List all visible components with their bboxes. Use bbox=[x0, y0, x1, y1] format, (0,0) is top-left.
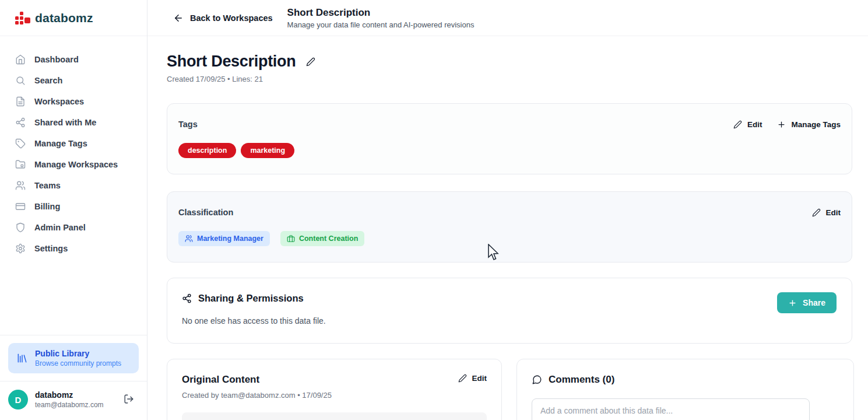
sidebar-item-label: Dashboard bbox=[34, 55, 79, 64]
sidebar: databomz Dashboard Search Workspaces Sha… bbox=[0, 0, 147, 420]
library-icon bbox=[16, 352, 28, 364]
brand-name: databomz bbox=[35, 11, 93, 25]
badge-label: Marketing Manager bbox=[197, 235, 263, 243]
back-to-workspaces-button[interactable]: Back to Workspaces bbox=[173, 13, 273, 23]
plus-icon bbox=[777, 120, 786, 129]
original-content-card: Original Content Created by team@databom… bbox=[167, 359, 502, 420]
tag-list: description marketing bbox=[178, 143, 841, 158]
sidebar-item-label: Settings bbox=[34, 244, 68, 253]
credit-card-icon bbox=[15, 201, 26, 212]
logout-icon bbox=[124, 394, 134, 404]
original-content-title: Original Content bbox=[182, 374, 332, 386]
tag-pill[interactable]: description bbox=[178, 143, 236, 158]
sidebar-spacer bbox=[0, 259, 147, 335]
gear-icon bbox=[15, 243, 26, 254]
pencil-icon bbox=[812, 208, 821, 217]
sidebar-item-billing[interactable]: Billing bbox=[0, 196, 147, 217]
classification-card: Classification Edit Marketing Manager Co… bbox=[167, 191, 852, 262]
edit-title-button[interactable] bbox=[305, 56, 317, 68]
sidebar-item-label: Search bbox=[34, 76, 62, 85]
edit-tags-button[interactable]: Edit bbox=[733, 120, 762, 129]
share-icon bbox=[182, 293, 192, 303]
folder-settings-icon bbox=[15, 159, 26, 170]
user-name: databomz bbox=[35, 390, 115, 400]
public-library-subtitle: Browse community prompts bbox=[35, 359, 121, 368]
edit-classification-button[interactable]: Edit bbox=[812, 208, 841, 217]
edit-classification-label: Edit bbox=[826, 208, 841, 217]
classification-badge-category: Content Creation bbox=[280, 231, 364, 246]
briefcase-icon bbox=[287, 235, 295, 243]
user-email: team@databomz.com bbox=[35, 401, 115, 409]
page-meta: Created 17/09/25 • Lines: 21 bbox=[167, 75, 852, 83]
sidebar-item-label: Manage Tags bbox=[34, 139, 87, 148]
sharing-card: Sharing & Permissions No one else has ac… bbox=[167, 278, 852, 344]
manage-tags-label: Manage Tags bbox=[791, 120, 841, 129]
tag-icon bbox=[15, 138, 26, 149]
page-title: Short Description bbox=[167, 52, 296, 71]
sidebar-item-manage-tags[interactable]: Manage Tags bbox=[0, 133, 147, 154]
public-library-title: Public Library bbox=[35, 349, 121, 358]
edit-tags-label: Edit bbox=[747, 120, 762, 129]
shield-icon bbox=[15, 222, 26, 233]
bottom-row: Original Content Created by team@databom… bbox=[167, 359, 852, 420]
public-library-card[interactable]: Public Library Browse community prompts bbox=[8, 343, 139, 373]
arrow-left-icon bbox=[173, 13, 184, 23]
comments-card: Comments (0) bbox=[516, 359, 854, 420]
classification-badge-role: Marketing Manager bbox=[178, 231, 270, 246]
pencil-icon bbox=[306, 57, 315, 66]
file-text-icon bbox=[15, 96, 26, 107]
sidebar-item-workspaces[interactable]: Workspaces bbox=[0, 91, 147, 112]
users-icon bbox=[15, 180, 26, 191]
original-content-meta: Created by team@databomz.com • 17/09/25 bbox=[182, 391, 332, 400]
tags-card: Tags Edit Manage Tags description bbox=[167, 103, 852, 174]
public-library-section: Public Library Browse community prompts bbox=[0, 335, 147, 381]
share-button[interactable]: Share bbox=[777, 292, 837, 313]
header-subtitle: Manage your data file content and AI-pow… bbox=[287, 20, 475, 29]
classification-card-title: Classification bbox=[178, 208, 233, 217]
classification-badge-list: Marketing Manager Content Creation bbox=[178, 231, 841, 246]
comments-title: Comments (0) bbox=[549, 374, 614, 386]
users-icon bbox=[185, 235, 193, 243]
sidebar-item-settings[interactable]: Settings bbox=[0, 238, 147, 259]
sidebar-item-label: Billing bbox=[34, 202, 60, 211]
content-viewer: Databomz is where your AI prompts finall… bbox=[182, 412, 487, 420]
header-title: Short Description bbox=[287, 7, 475, 19]
sidebar-nav: Dashboard Search Workspaces Shared with … bbox=[0, 36, 147, 259]
tag-pill[interactable]: marketing bbox=[241, 143, 294, 158]
sidebar-item-search[interactable]: Search bbox=[0, 70, 147, 91]
home-icon bbox=[15, 54, 26, 65]
plus-icon bbox=[788, 299, 797, 307]
main-area: Back to Workspaces Short Description Man… bbox=[147, 0, 868, 420]
app-root: databomz Dashboard Search Workspaces Sha… bbox=[0, 0, 868, 420]
badge-label: Content Creation bbox=[299, 235, 358, 243]
share-icon bbox=[15, 117, 26, 128]
sidebar-item-admin-panel[interactable]: Admin Panel bbox=[0, 217, 147, 238]
pencil-icon bbox=[733, 120, 742, 129]
avatar: D bbox=[8, 390, 28, 410]
brand-logo[interactable]: databomz bbox=[0, 0, 147, 36]
user-section: D databomz team@databomz.com bbox=[0, 381, 147, 420]
sidebar-item-label: Workspaces bbox=[34, 97, 84, 106]
manage-tags-button[interactable]: Manage Tags bbox=[777, 120, 841, 129]
sidebar-item-label: Manage Workspaces bbox=[34, 160, 118, 169]
sidebar-item-label: Admin Panel bbox=[34, 223, 86, 232]
edit-content-label: Edit bbox=[472, 374, 487, 383]
sidebar-item-shared-with-me[interactable]: Shared with Me bbox=[0, 112, 147, 133]
search-icon bbox=[15, 75, 26, 86]
sidebar-item-dashboard[interactable]: Dashboard bbox=[0, 49, 147, 70]
edit-content-button[interactable]: Edit bbox=[458, 374, 487, 383]
sidebar-item-label: Shared with Me bbox=[34, 118, 96, 127]
brand-logo-icon bbox=[15, 12, 30, 24]
comment-bubble-icon bbox=[532, 374, 542, 385]
share-button-label: Share bbox=[803, 298, 825, 307]
sharing-empty-text: No one else has access to this data file… bbox=[182, 316, 837, 326]
sidebar-item-teams[interactable]: Teams bbox=[0, 175, 147, 196]
back-label: Back to Workspaces bbox=[190, 13, 273, 23]
sidebar-item-manage-workspaces[interactable]: Manage Workspaces bbox=[0, 154, 147, 175]
logout-button[interactable] bbox=[122, 393, 135, 407]
sidebar-item-label: Teams bbox=[34, 181, 61, 190]
sharing-card-title: Sharing & Permissions bbox=[198, 293, 304, 304]
top-header: Back to Workspaces Short Description Man… bbox=[147, 0, 868, 36]
comment-input[interactable] bbox=[532, 398, 810, 420]
content-area: Short Description Created 17/09/25 • Lin… bbox=[147, 36, 868, 420]
